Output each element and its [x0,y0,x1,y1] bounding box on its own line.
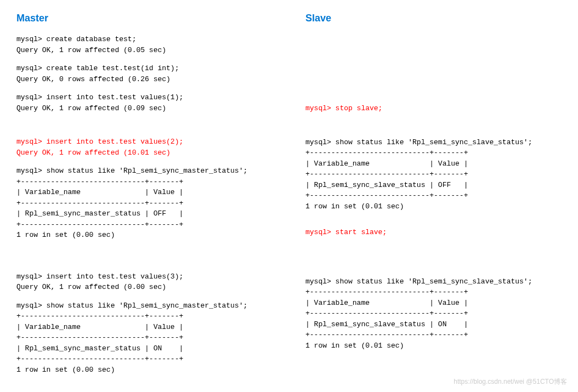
two-column-layout: Master mysql> create database test; Quer… [16,11,562,383]
slave-start: mysql> start slave; [305,227,562,238]
spacer [305,129,562,137]
spacer [305,57,562,65]
spacer [16,129,273,137]
master-create-table: mysql> create table test.test(id int); Q… [16,63,273,84]
spacer [305,65,562,72]
master-column: Master mysql> create database test; Quer… [16,11,273,383]
slave-column: Slave mysql> stop slave; mysql> show sta… [305,11,562,383]
slave-stop: mysql> stop slave; [305,103,562,114]
spacer [305,253,562,261]
slave-heading: Slave [305,11,562,26]
spacer [305,269,562,276]
master-create-db: mysql> create database test; Query OK, 1… [16,34,273,55]
master-status-on: mysql> show status like 'Rpl_semi_sync_m… [16,300,273,376]
spacer [305,88,562,95]
spacer [16,256,273,264]
spacer [305,122,562,129]
spacer [305,49,562,57]
spacer [16,248,273,256]
spacer [16,121,273,129]
master-status-off: mysql> show status like 'Rpl_semi_sync_m… [16,166,273,241]
spacer [305,42,562,49]
spacer [305,219,562,227]
spacer [305,261,562,269]
spacer [305,95,562,103]
master-insert-2: mysql> insert into test.test values(2); … [16,137,273,158]
master-insert-1: mysql> insert into test.test values(1); … [16,92,273,113]
spacer [305,34,562,42]
spacer [305,72,562,80]
spacer [305,80,562,88]
spacer [305,246,562,253]
slave-status-off: mysql> show status like 'Rpl_semi_sync_s… [305,137,562,212]
watermark-text: https://blog.csdn.net/wei @51CTO博客 [454,377,567,387]
slave-status-on: mysql> show status like 'Rpl_semi_sync_s… [305,276,562,351]
master-insert-3: mysql> insert into test.test values(3); … [16,271,273,293]
master-heading: Master [16,11,273,26]
spacer [16,264,273,271]
